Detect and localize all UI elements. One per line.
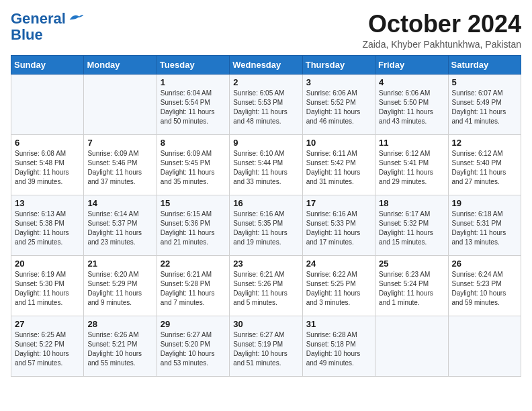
day-number: 25: [379, 259, 444, 269]
day-number: 8: [161, 138, 226, 148]
calendar-cell: 15Sunrise: 6:15 AMSunset: 5:36 PMDayligh…: [157, 195, 229, 255]
cell-info: Sunrise: 6:16 AMSunset: 5:35 PMDaylight:…: [233, 210, 298, 247]
day-number: 21: [87, 259, 152, 269]
weekday-header: Tuesday: [157, 55, 229, 74]
cell-info: Sunrise: 6:24 AMSunset: 5:23 PMDaylight:…: [452, 270, 517, 308]
month-title: October 2024: [362, 11, 521, 38]
day-number: 26: [452, 259, 517, 269]
cell-info: Sunrise: 6:15 AMSunset: 5:36 PMDaylight:…: [161, 210, 226, 247]
calendar-cell: 26Sunrise: 6:24 AMSunset: 5:23 PMDayligh…: [448, 255, 521, 316]
calendar-cell: 5Sunrise: 6:07 AMSunset: 5:49 PMDaylight…: [448, 74, 521, 134]
title-block: October 2024 Zaida, Khyber Pakhtunkhwa, …: [362, 11, 521, 50]
calendar-cell: 31Sunrise: 6:28 AMSunset: 5:18 PMDayligh…: [302, 316, 375, 376]
day-number: 27: [15, 319, 80, 329]
cell-info: Sunrise: 6:21 AMSunset: 5:26 PMDaylight:…: [233, 270, 298, 308]
calendar-cell: 11Sunrise: 6:12 AMSunset: 5:41 PMDayligh…: [375, 134, 448, 195]
calendar-cell: 2Sunrise: 6:05 AMSunset: 5:53 PMDaylight…: [230, 74, 302, 134]
day-number: 9: [233, 138, 298, 148]
day-number: 28: [87, 319, 152, 329]
calendar-table: SundayMondayTuesdayWednesdayThursdayFrid…: [11, 55, 521, 377]
day-number: 4: [379, 77, 444, 87]
weekday-header: Friday: [375, 55, 448, 74]
day-number: 22: [161, 259, 226, 269]
cell-info: Sunrise: 6:08 AMSunset: 5:48 PMDaylight:…: [15, 149, 80, 187]
calendar-cell: [448, 316, 521, 376]
calendar-cell: [11, 74, 84, 134]
calendar-cell: 19Sunrise: 6:18 AMSunset: 5:31 PMDayligh…: [448, 195, 521, 255]
cell-info: Sunrise: 6:27 AMSunset: 5:19 PMDaylight:…: [233, 330, 298, 368]
cell-info: Sunrise: 6:17 AMSunset: 5:32 PMDaylight:…: [379, 210, 444, 247]
cell-info: Sunrise: 6:27 AMSunset: 5:20 PMDaylight:…: [161, 330, 226, 368]
calendar-cell: 27Sunrise: 6:25 AMSunset: 5:22 PMDayligh…: [11, 316, 84, 376]
day-number: 10: [306, 138, 371, 148]
calendar-cell: 17Sunrise: 6:16 AMSunset: 5:33 PMDayligh…: [302, 195, 375, 255]
day-number: 19: [452, 198, 517, 208]
calendar-cell: 7Sunrise: 6:09 AMSunset: 5:46 PMDaylight…: [84, 134, 157, 195]
day-number: 11: [379, 138, 444, 148]
calendar-cell: 13Sunrise: 6:13 AMSunset: 5:38 PMDayligh…: [11, 195, 84, 255]
cell-info: Sunrise: 6:26 AMSunset: 5:21 PMDaylight:…: [87, 330, 152, 368]
day-number: 7: [87, 138, 152, 148]
day-number: 5: [452, 77, 517, 87]
cell-info: Sunrise: 6:18 AMSunset: 5:31 PMDaylight:…: [452, 210, 517, 247]
calendar-cell: 25Sunrise: 6:23 AMSunset: 5:24 PMDayligh…: [375, 255, 448, 316]
cell-info: Sunrise: 6:12 AMSunset: 5:41 PMDaylight:…: [379, 149, 444, 187]
day-number: 24: [306, 259, 371, 269]
day-number: 14: [87, 198, 152, 208]
calendar-cell: [84, 74, 157, 134]
day-number: 20: [15, 259, 80, 269]
cell-info: Sunrise: 6:21 AMSunset: 5:28 PMDaylight:…: [161, 270, 226, 308]
calendar-cell: 23Sunrise: 6:21 AMSunset: 5:26 PMDayligh…: [230, 255, 302, 316]
weekday-header: Sunday: [11, 55, 84, 74]
cell-info: Sunrise: 6:09 AMSunset: 5:46 PMDaylight:…: [87, 149, 152, 187]
weekday-header: Saturday: [448, 55, 521, 74]
cell-info: Sunrise: 6:13 AMSunset: 5:38 PMDaylight:…: [15, 210, 80, 247]
page-header: GeneralBlue October 2024 Zaida, Khyber P…: [11, 11, 521, 50]
calendar-cell: 16Sunrise: 6:16 AMSunset: 5:35 PMDayligh…: [230, 195, 302, 255]
calendar-cell: 30Sunrise: 6:27 AMSunset: 5:19 PMDayligh…: [230, 316, 302, 376]
calendar-cell: 8Sunrise: 6:09 AMSunset: 5:45 PMDaylight…: [157, 134, 229, 195]
cell-info: Sunrise: 6:10 AMSunset: 5:44 PMDaylight:…: [233, 149, 298, 187]
day-number: 3: [306, 77, 371, 87]
day-number: 18: [379, 198, 444, 208]
calendar-cell: 18Sunrise: 6:17 AMSunset: 5:32 PMDayligh…: [375, 195, 448, 255]
weekday-header: Monday: [84, 55, 157, 74]
cell-info: Sunrise: 6:12 AMSunset: 5:40 PMDaylight:…: [452, 149, 517, 187]
calendar-cell: 14Sunrise: 6:14 AMSunset: 5:37 PMDayligh…: [84, 195, 157, 255]
day-number: 6: [15, 138, 80, 148]
day-number: 30: [233, 319, 298, 329]
day-number: 29: [161, 319, 226, 329]
calendar-cell: 1Sunrise: 6:04 AMSunset: 5:54 PMDaylight…: [157, 74, 229, 134]
calendar-cell: 4Sunrise: 6:06 AMSunset: 5:50 PMDaylight…: [375, 74, 448, 134]
weekday-header: Thursday: [302, 55, 375, 74]
calendar-cell: [375, 316, 448, 376]
location-subtitle: Zaida, Khyber Pakhtunkhwa, Pakistan: [362, 39, 521, 50]
cell-info: Sunrise: 6:19 AMSunset: 5:30 PMDaylight:…: [15, 270, 80, 308]
cell-info: Sunrise: 6:11 AMSunset: 5:42 PMDaylight:…: [306, 149, 371, 187]
day-number: 23: [233, 259, 298, 269]
calendar-cell: 28Sunrise: 6:26 AMSunset: 5:21 PMDayligh…: [84, 316, 157, 376]
calendar-cell: 9Sunrise: 6:10 AMSunset: 5:44 PMDaylight…: [230, 134, 302, 195]
cell-info: Sunrise: 6:20 AMSunset: 5:29 PMDaylight:…: [87, 270, 152, 308]
calendar-cell: 24Sunrise: 6:22 AMSunset: 5:25 PMDayligh…: [302, 255, 375, 316]
day-number: 13: [15, 198, 80, 208]
weekday-header: Wednesday: [230, 55, 302, 74]
cell-info: Sunrise: 6:06 AMSunset: 5:52 PMDaylight:…: [306, 89, 371, 126]
day-number: 2: [233, 77, 298, 87]
calendar-cell: 20Sunrise: 6:19 AMSunset: 5:30 PMDayligh…: [11, 255, 84, 316]
logo-bird-icon: [69, 11, 85, 24]
day-number: 1: [161, 77, 226, 87]
calendar-cell: 12Sunrise: 6:12 AMSunset: 5:40 PMDayligh…: [448, 134, 521, 195]
calendar-cell: 3Sunrise: 6:06 AMSunset: 5:52 PMDaylight…: [302, 74, 375, 134]
calendar-cell: 6Sunrise: 6:08 AMSunset: 5:48 PMDaylight…: [11, 134, 84, 195]
cell-info: Sunrise: 6:04 AMSunset: 5:54 PMDaylight:…: [161, 89, 226, 126]
cell-info: Sunrise: 6:09 AMSunset: 5:45 PMDaylight:…: [161, 149, 226, 187]
cell-info: Sunrise: 6:25 AMSunset: 5:22 PMDaylight:…: [15, 330, 80, 368]
calendar-cell: 10Sunrise: 6:11 AMSunset: 5:42 PMDayligh…: [302, 134, 375, 195]
logo: GeneralBlue: [11, 11, 85, 43]
day-number: 12: [452, 138, 517, 148]
day-number: 31: [306, 319, 371, 329]
cell-info: Sunrise: 6:23 AMSunset: 5:24 PMDaylight:…: [379, 270, 444, 308]
day-number: 16: [233, 198, 298, 208]
day-number: 15: [161, 198, 226, 208]
